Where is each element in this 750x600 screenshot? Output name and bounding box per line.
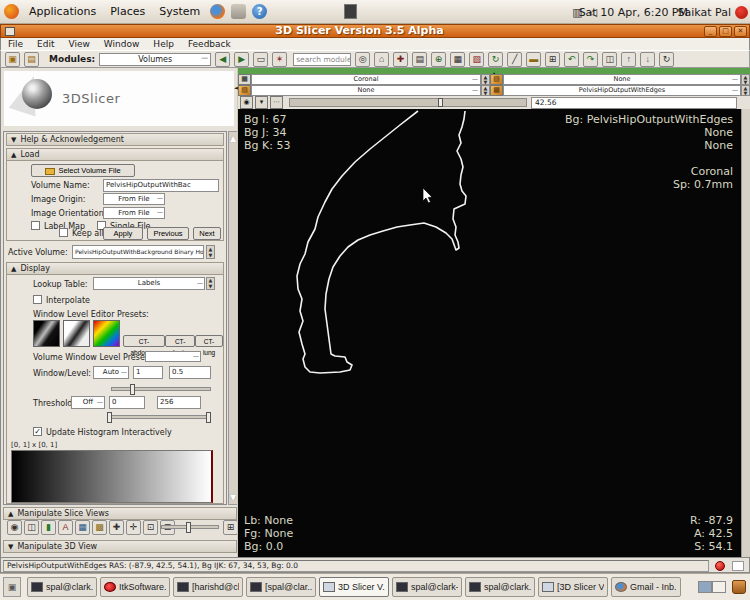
foreground-select[interactable]: None bbox=[503, 74, 741, 85]
slice-offset-slider-handle[interactable] bbox=[438, 98, 443, 107]
slice-more-options-button[interactable]: ⊞ bbox=[223, 520, 238, 535]
firefox-launcher-icon[interactable] bbox=[210, 4, 225, 19]
fit-to-window-icon[interactable]: ◫ bbox=[24, 520, 39, 535]
task-itksoftware[interactable]: ItkSoftware... bbox=[100, 577, 170, 597]
preset-thumbnail-ct[interactable] bbox=[33, 320, 60, 347]
active-volume-spinner[interactable]: ▲▼ bbox=[206, 245, 215, 259]
colors-icon[interactable]: ⊞ bbox=[545, 52, 560, 67]
scene-snapshot-icon[interactable]: ◫ bbox=[602, 52, 617, 67]
lookup-table-spinner[interactable]: ▲▼ bbox=[206, 277, 215, 290]
field-of-view-slider[interactable] bbox=[161, 525, 219, 529]
slice-visibility-eye-icon[interactable]: ◉ bbox=[240, 96, 253, 109]
task-gmail[interactable]: Gmail - Inb... bbox=[611, 577, 681, 597]
fiducials-icon[interactable]: ✚ bbox=[393, 52, 408, 67]
manipulate-slice-views-header[interactable]: ▲Manipulate Slice Views bbox=[3, 507, 237, 520]
window-level-mode-select[interactable]: Auto bbox=[93, 366, 129, 379]
home-icon[interactable]: ⌂ bbox=[374, 52, 389, 67]
task-3d-slicer-2[interactable]: [3D Slicer V... bbox=[538, 577, 608, 597]
preset-thumbnail-inverted[interactable] bbox=[63, 320, 90, 347]
select-volume-file-button[interactable]: Select Volume File bbox=[31, 164, 135, 177]
transforms-icon[interactable]: ↻ bbox=[488, 52, 503, 67]
previous-button[interactable]: Previous bbox=[147, 227, 189, 240]
layout-button[interactable]: ▭ bbox=[253, 52, 268, 67]
histogram-canvas[interactable] bbox=[11, 450, 213, 503]
notification-window-icon[interactable] bbox=[344, 4, 357, 19]
image-origin-select[interactable]: From File bbox=[103, 193, 165, 205]
maximize-button[interactable]: □ bbox=[719, 26, 732, 37]
task-spal-clark-2[interactable]: [spal@clar... bbox=[246, 577, 316, 597]
task-spal-clark-4[interactable]: spal@clark... bbox=[465, 577, 535, 597]
apply-button[interactable]: Apply bbox=[103, 227, 143, 240]
threshold-slider-high-handle[interactable] bbox=[206, 412, 211, 423]
threshold-slider[interactable] bbox=[107, 415, 211, 419]
label-spinner[interactable]: ▲▼ bbox=[481, 85, 490, 96]
display-header[interactable]: ▲Display bbox=[6, 262, 224, 275]
level-input[interactable]: 0.5 bbox=[169, 366, 211, 379]
menu-item[interactable]: File bbox=[8, 39, 23, 49]
layers-icon[interactable]: ▦ bbox=[450, 52, 465, 67]
field-of-view-slider-handle[interactable] bbox=[186, 522, 191, 533]
menu-places[interactable]: Places bbox=[103, 5, 152, 18]
module-search-input[interactable] bbox=[293, 53, 351, 66]
threshold-high-input[interactable]: 256 bbox=[157, 396, 201, 409]
show-desktop-button[interactable]: ▣ bbox=[3, 577, 21, 597]
task-3d-slicer[interactable]: 3D Slicer V... bbox=[319, 577, 389, 597]
chevron-down-icon[interactable]: ▾ bbox=[255, 96, 268, 109]
menu-item[interactable]: Window bbox=[104, 39, 140, 49]
volume-name-input[interactable]: PelvisHipOutputWithBac bbox=[103, 179, 219, 192]
module-next-button[interactable]: ▶ bbox=[234, 52, 249, 67]
pin-up-icon[interactable]: ↑ bbox=[621, 52, 636, 67]
compositing-icon[interactable]: ▦ bbox=[75, 520, 90, 535]
minimize-button[interactable]: _ bbox=[704, 26, 717, 37]
workspace-1[interactable] bbox=[698, 581, 712, 593]
module-prev-button[interactable]: ◀ bbox=[215, 52, 230, 67]
preset-thumbnail-rainbow[interactable] bbox=[93, 320, 120, 347]
slice-visibility-icon[interactable]: ◉ bbox=[7, 520, 22, 535]
module-select[interactable]: Volumes bbox=[99, 53, 211, 66]
keep-all-checkbox[interactable] bbox=[59, 228, 68, 237]
task-harishd[interactable]: [harishd@cl... bbox=[173, 577, 243, 597]
menu-item[interactable]: Help bbox=[153, 39, 174, 49]
image-orientation-select[interactable]: From File bbox=[103, 207, 165, 219]
pan-icon[interactable]: ✛ bbox=[126, 520, 141, 535]
slice-offset-input[interactable]: 42.56 bbox=[531, 97, 737, 109]
data-icon[interactable]: ▤ bbox=[412, 52, 427, 67]
screen-capture-icon[interactable]: ↻ bbox=[659, 52, 674, 67]
update-histogram-checkbox[interactable]: ✓ bbox=[33, 427, 42, 436]
ct-preset-button[interactable]: CT-lung bbox=[195, 335, 223, 347]
label-opacity-icon[interactable]: ▮ bbox=[41, 520, 56, 535]
active-volume-select[interactable]: PelvisHipOutputWithBackground Binary Hol… bbox=[72, 245, 204, 259]
undo-icon[interactable]: ↶ bbox=[564, 52, 579, 67]
orientation-spinner[interactable]: ▲▼ bbox=[481, 74, 490, 85]
orientation-select[interactable]: Coronal bbox=[251, 74, 481, 85]
annotation-icon[interactable]: A bbox=[58, 520, 73, 535]
user-name[interactable]: Saikat Pal bbox=[678, 6, 731, 19]
help-launcher-icon[interactable]: ? bbox=[252, 4, 267, 19]
threshold-low-input[interactable]: 0 bbox=[109, 396, 145, 409]
label-map-checkbox[interactable] bbox=[31, 221, 40, 230]
menu-applications[interactable]: Applications bbox=[22, 5, 103, 18]
save-scene-button[interactable]: ▤ bbox=[24, 52, 39, 67]
crosshair-mode-icon[interactable]: ✚ bbox=[109, 520, 124, 535]
options-dots-icon[interactable]: ⋯ bbox=[270, 96, 283, 109]
workspace-switcher[interactable] bbox=[698, 581, 726, 593]
clock[interactable]: Sat 10 Apr, 6:20 PM bbox=[579, 0, 688, 24]
task-spal-clark-1[interactable]: spal@clark... bbox=[27, 577, 97, 597]
editor-icon[interactable]: ▧ bbox=[469, 52, 484, 67]
load-scene-button[interactable]: ▣ bbox=[5, 52, 20, 67]
background-select[interactable]: PelvisHipOutputWithEdges bbox=[503, 85, 741, 96]
interpolate-checkbox[interactable] bbox=[33, 295, 42, 304]
window-level-slider-handle[interactable] bbox=[130, 384, 135, 395]
next-button[interactable]: Next bbox=[193, 227, 221, 240]
task-spal-clark-3[interactable]: spal@clark-... bbox=[392, 577, 462, 597]
close-button[interactable]: ✕ bbox=[734, 26, 747, 37]
power-icon[interactable] bbox=[735, 6, 748, 19]
label-select[interactable]: None bbox=[251, 85, 481, 96]
slice-offset-slider[interactable] bbox=[289, 98, 527, 107]
ct-preset-button[interactable]: CT-abdomen bbox=[123, 335, 165, 347]
label-outline-icon[interactable]: ▩ bbox=[92, 520, 107, 535]
manipulate-3d-view-header[interactable]: ▼Manipulate 3D View bbox=[3, 540, 237, 553]
scroll-down-icon[interactable]: ▼ bbox=[229, 493, 237, 502]
volume-wl-presets-select[interactable] bbox=[145, 351, 201, 362]
measurements-icon[interactable]: ▬ bbox=[526, 52, 541, 67]
